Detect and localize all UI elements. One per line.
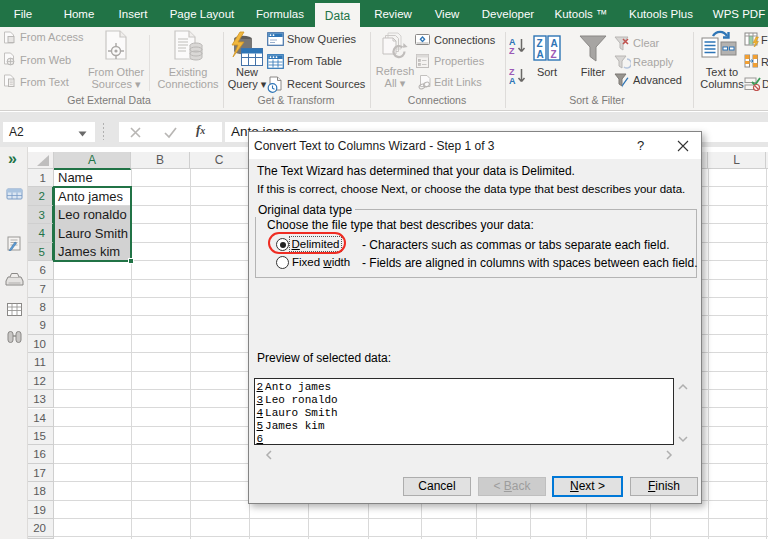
svg-text:A: A [509, 76, 516, 85]
svg-text:R: R [761, 56, 768, 68]
svg-text:A: A [551, 38, 558, 49]
svg-text:F: F [761, 34, 768, 46]
svg-text:A: A [537, 49, 544, 60]
svg-text:D: D [762, 78, 768, 90]
svg-text:Z: Z [537, 38, 543, 49]
svg-text:Z: Z [551, 49, 557, 60]
svg-text:Z: Z [509, 46, 515, 55]
